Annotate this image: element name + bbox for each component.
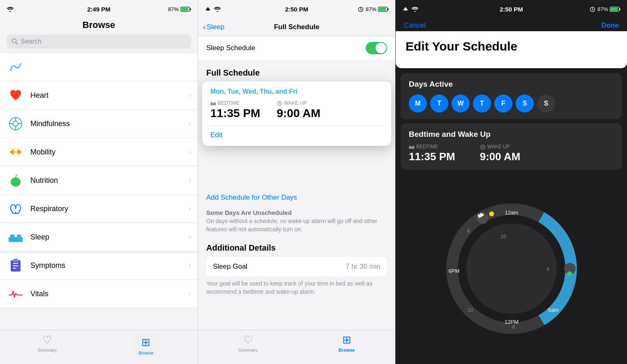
alarm-icon-p3 [589, 6, 596, 12]
bw-bedtime-value: 11:35 PM [409, 150, 455, 163]
wakeup-value-p2: 9:00 AM [277, 107, 320, 120]
bedtime-col-label: BEDTIME [210, 100, 260, 106]
edit-schedule-title: Edit Your Schedule [406, 39, 617, 53]
symptoms-chevron: › [189, 262, 191, 269]
edit-button[interactable]: Edit [210, 131, 383, 139]
svg-line-25 [361, 9, 362, 10]
wifi-icon-p2 [214, 7, 221, 12]
list-item-mindfulness[interactable]: Mindfulness › [0, 110, 198, 138]
svg-rect-44 [412, 146, 414, 147]
svg-text:10: 10 [500, 234, 506, 240]
respiratory-icon-container [7, 200, 25, 218]
list-item-sleep[interactable]: Sleep › [0, 223, 198, 251]
nav-title-p2: Full Schedule [274, 23, 320, 31]
cancel-button[interactable]: Cancel [404, 21, 426, 30]
svg-point-50 [466, 223, 557, 314]
svg-rect-43 [409, 146, 411, 147]
sleep-chevron: › [189, 233, 191, 241]
mindfulness-icon [9, 117, 23, 131]
day-M[interactable]: M [409, 94, 427, 113]
list-item-symptoms[interactable]: Symptoms › [0, 251, 198, 280]
summary-icon-p1: ♡ [42, 334, 52, 346]
svg-text:8: 8 [467, 228, 470, 234]
bw-wakeup-text: WAKE UP [487, 144, 510, 150]
search-bar[interactable]: Search [7, 35, 191, 48]
bedtime-label-p2: BEDTIME [218, 100, 240, 106]
day-S2[interactable]: S [537, 94, 555, 113]
bed-icon-p3 [409, 144, 415, 149]
add-schedule-link[interactable]: Add Schedule for Other Days [206, 188, 387, 207]
day-S1[interactable]: S [516, 94, 534, 113]
svg-rect-41 [611, 7, 618, 11]
heart-icon [9, 90, 22, 101]
day-T2[interactable]: T [473, 94, 491, 113]
day-T1[interactable]: T [430, 94, 448, 113]
list-item-mobility[interactable]: Mobility › [0, 138, 198, 166]
list-item-heart[interactable]: Heart › [0, 81, 198, 110]
summary-label-p2: Summary [238, 348, 258, 352]
status-right-p1: 87% [168, 6, 191, 12]
browse-icon-p1: ⊞ [138, 336, 154, 349]
svg-rect-14 [9, 237, 23, 242]
day-F[interactable]: F [494, 94, 512, 113]
mobility-icon [9, 147, 23, 157]
back-label-p2: Sleep [207, 23, 224, 31]
nav-bar-p2: ‹ Sleep Full Schedule [198, 18, 395, 36]
day-W[interactable]: W [452, 94, 470, 113]
list-item-partial[interactable] [0, 53, 198, 81]
cancel-done-bar: Cancel Done [396, 18, 627, 31]
back-button-p2[interactable]: ‹ Sleep [203, 22, 224, 32]
nutrition-label: Nutrition [30, 176, 189, 185]
tab-bar-p1: ♡ Summary ⊞ Browse [0, 330, 198, 364]
mindfulness-icon-container [7, 115, 25, 133]
svg-point-35 [415, 11, 416, 12]
wifi-icon-p3 [411, 7, 419, 12]
svg-text:12PM: 12PM [505, 319, 519, 325]
list-item-vitals[interactable]: Vitals › [0, 280, 198, 308]
svg-text:10: 10 [468, 307, 473, 313]
vitals-icon [9, 289, 23, 298]
svg-rect-30 [211, 102, 213, 104]
status-left-p2 [205, 7, 221, 12]
status-right-p2: 87% [357, 6, 389, 12]
mobility-label: Mobility [30, 148, 189, 157]
below-card: Add Schedule for Other Days Some Days Ar… [198, 188, 395, 296]
sleep-icon-container [7, 228, 25, 246]
tab-summary-p1[interactable]: ♡ Summary [37, 334, 57, 352]
alarm-p3-small [480, 144, 486, 150]
mobility-chevron: › [189, 148, 191, 156]
bw-bedtime-label: BEDTIME [409, 144, 455, 150]
sleep-goal-row: Sleep Goal 7 hr 30 min [206, 257, 387, 276]
tab-browse-p1[interactable]: ⊞ Browse [132, 334, 160, 358]
bedtime-wake-label: Bedtime and Wake Up [409, 130, 614, 139]
schedule-times: BEDTIME 11:35 PM WAKE UP 9:00 AM [210, 100, 383, 120]
svg-point-0 [10, 11, 11, 12]
browse-label-p1: Browse [138, 350, 154, 355]
time-p3: 2:50 PM [500, 6, 523, 13]
sleep-toggle[interactable] [366, 42, 387, 54]
airplane-icon-p3 [402, 7, 409, 12]
tab-summary-p2[interactable]: ♡ Summary [238, 334, 258, 352]
svg-point-13 [11, 177, 21, 187]
svg-text:6am: 6am [548, 307, 558, 313]
clock-visualization[interactable]: 12am 2 4 6am 8 10 6PM 8 10 4 12PM [401, 173, 622, 364]
svg-point-7 [13, 121, 18, 126]
battery-p3: 87% [597, 6, 608, 12]
list-item-respiratory[interactable]: Respiratory › [0, 195, 198, 223]
browse-panel: 2:49 PM 87% Browse Search [0, 0, 198, 364]
unscheduled-note: Some Days Are Unscheduled On days withou… [206, 207, 387, 239]
bedtime-wake-times: BEDTIME 11:35 PM WAKE UP 9:00 AM [409, 144, 614, 163]
tab-browse-p2[interactable]: ⊞ Browse [339, 334, 355, 352]
additional-section: Additional Details Sleep Goal 7 hr 30 mi… [206, 243, 387, 296]
svg-text:4: 4 [546, 266, 549, 272]
sleep-toggle-label: Sleep Schedule [206, 44, 255, 52]
nutrition-chevron: › [189, 177, 191, 184]
list-item-nutrition[interactable]: Nutrition › [0, 166, 198, 195]
sleep-icon [8, 231, 23, 243]
battery-p1: 87% [168, 6, 179, 12]
browse-label-p2: Browse [339, 348, 355, 352]
wakeup-label-p2: WAKE UP [284, 100, 307, 106]
edit-header-card: Edit Your Schedule [396, 31, 627, 68]
heart-label: Heart [30, 91, 189, 100]
done-button[interactable]: Done [602, 21, 619, 30]
